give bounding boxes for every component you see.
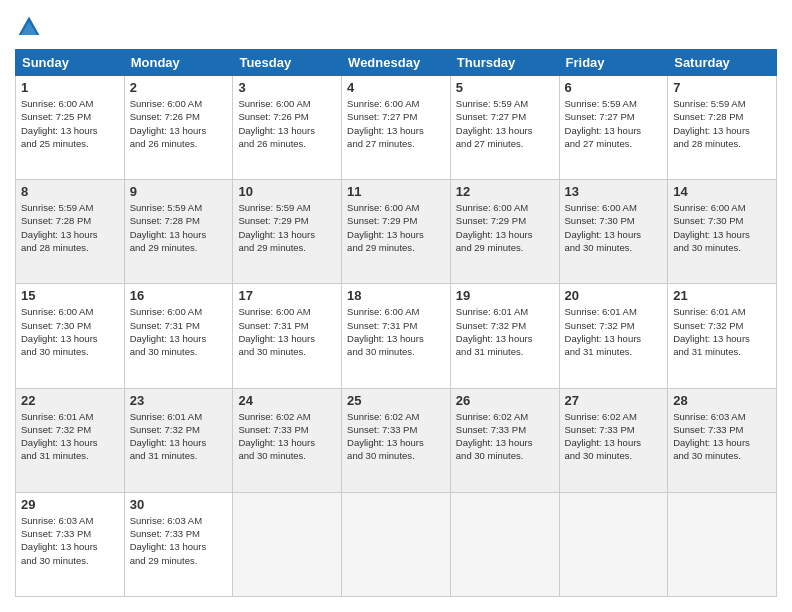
day-info: Sunrise: 6:00 AMSunset: 7:29 PMDaylight:… (347, 202, 424, 253)
logo-icon (17, 15, 41, 39)
day-info: Sunrise: 5:59 AMSunset: 7:27 PMDaylight:… (565, 98, 642, 149)
day-info: Sunrise: 6:03 AMSunset: 7:33 PMDaylight:… (673, 411, 750, 462)
day-number: 19 (456, 288, 554, 303)
calendar-day-cell: 22 Sunrise: 6:01 AMSunset: 7:32 PMDaylig… (16, 388, 125, 492)
calendar-day-cell: 9 Sunrise: 5:59 AMSunset: 7:28 PMDayligh… (124, 180, 233, 284)
day-info: Sunrise: 6:03 AMSunset: 7:33 PMDaylight:… (21, 515, 98, 566)
day-number: 3 (238, 80, 336, 95)
logo (15, 15, 47, 39)
calendar-day-cell: 20 Sunrise: 6:01 AMSunset: 7:32 PMDaylig… (559, 284, 668, 388)
day-number: 26 (456, 393, 554, 408)
day-number: 7 (673, 80, 771, 95)
day-number: 12 (456, 184, 554, 199)
calendar-day-cell: 30 Sunrise: 6:03 AMSunset: 7:33 PMDaylig… (124, 492, 233, 596)
calendar-week-row: 1 Sunrise: 6:00 AMSunset: 7:25 PMDayligh… (16, 76, 777, 180)
calendar-day-cell: 25 Sunrise: 6:02 AMSunset: 7:33 PMDaylig… (342, 388, 451, 492)
day-number: 6 (565, 80, 663, 95)
day-number: 13 (565, 184, 663, 199)
weekday-header: Sunday (16, 50, 125, 76)
weekday-header: Friday (559, 50, 668, 76)
day-info: Sunrise: 6:03 AMSunset: 7:33 PMDaylight:… (130, 515, 207, 566)
day-number: 22 (21, 393, 119, 408)
calendar-week-row: 29 Sunrise: 6:03 AMSunset: 7:33 PMDaylig… (16, 492, 777, 596)
calendar-day-cell (668, 492, 777, 596)
day-number: 28 (673, 393, 771, 408)
day-info: Sunrise: 5:59 AMSunset: 7:28 PMDaylight:… (21, 202, 98, 253)
day-number: 14 (673, 184, 771, 199)
calendar-day-cell (233, 492, 342, 596)
day-info: Sunrise: 5:59 AMSunset: 7:28 PMDaylight:… (673, 98, 750, 149)
day-number: 17 (238, 288, 336, 303)
calendar-day-cell: 28 Sunrise: 6:03 AMSunset: 7:33 PMDaylig… (668, 388, 777, 492)
day-number: 21 (673, 288, 771, 303)
calendar-day-cell: 15 Sunrise: 6:00 AMSunset: 7:30 PMDaylig… (16, 284, 125, 388)
day-number: 24 (238, 393, 336, 408)
weekday-header: Saturday (668, 50, 777, 76)
calendar-header-row: SundayMondayTuesdayWednesdayThursdayFrid… (16, 50, 777, 76)
day-info: Sunrise: 5:59 AMSunset: 7:28 PMDaylight:… (130, 202, 207, 253)
day-number: 23 (130, 393, 228, 408)
day-number: 27 (565, 393, 663, 408)
day-number: 1 (21, 80, 119, 95)
day-info: Sunrise: 6:00 AMSunset: 7:31 PMDaylight:… (238, 306, 315, 357)
calendar-day-cell: 13 Sunrise: 6:00 AMSunset: 7:30 PMDaylig… (559, 180, 668, 284)
calendar-week-row: 15 Sunrise: 6:00 AMSunset: 7:30 PMDaylig… (16, 284, 777, 388)
calendar-day-cell (342, 492, 451, 596)
day-number: 9 (130, 184, 228, 199)
day-info: Sunrise: 6:00 AMSunset: 7:26 PMDaylight:… (130, 98, 207, 149)
day-number: 8 (21, 184, 119, 199)
day-info: Sunrise: 6:01 AMSunset: 7:32 PMDaylight:… (565, 306, 642, 357)
day-number: 5 (456, 80, 554, 95)
calendar-day-cell: 2 Sunrise: 6:00 AMSunset: 7:26 PMDayligh… (124, 76, 233, 180)
day-info: Sunrise: 5:59 AMSunset: 7:27 PMDaylight:… (456, 98, 533, 149)
day-info: Sunrise: 6:02 AMSunset: 7:33 PMDaylight:… (238, 411, 315, 462)
calendar-day-cell: 27 Sunrise: 6:02 AMSunset: 7:33 PMDaylig… (559, 388, 668, 492)
weekday-header: Tuesday (233, 50, 342, 76)
calendar-day-cell: 14 Sunrise: 6:00 AMSunset: 7:30 PMDaylig… (668, 180, 777, 284)
weekday-header: Wednesday (342, 50, 451, 76)
day-number: 11 (347, 184, 445, 199)
day-info: Sunrise: 6:00 AMSunset: 7:31 PMDaylight:… (347, 306, 424, 357)
day-number: 18 (347, 288, 445, 303)
header (15, 15, 777, 39)
calendar-week-row: 22 Sunrise: 6:01 AMSunset: 7:32 PMDaylig… (16, 388, 777, 492)
day-info: Sunrise: 6:02 AMSunset: 7:33 PMDaylight:… (347, 411, 424, 462)
calendar-day-cell: 4 Sunrise: 6:00 AMSunset: 7:27 PMDayligh… (342, 76, 451, 180)
calendar-day-cell: 3 Sunrise: 6:00 AMSunset: 7:26 PMDayligh… (233, 76, 342, 180)
calendar-day-cell: 10 Sunrise: 5:59 AMSunset: 7:29 PMDaylig… (233, 180, 342, 284)
calendar-day-cell: 1 Sunrise: 6:00 AMSunset: 7:25 PMDayligh… (16, 76, 125, 180)
calendar-week-row: 8 Sunrise: 5:59 AMSunset: 7:28 PMDayligh… (16, 180, 777, 284)
day-number: 4 (347, 80, 445, 95)
day-info: Sunrise: 6:01 AMSunset: 7:32 PMDaylight:… (21, 411, 98, 462)
calendar-day-cell: 26 Sunrise: 6:02 AMSunset: 7:33 PMDaylig… (450, 388, 559, 492)
calendar-day-cell: 5 Sunrise: 5:59 AMSunset: 7:27 PMDayligh… (450, 76, 559, 180)
weekday-header: Thursday (450, 50, 559, 76)
calendar-day-cell: 29 Sunrise: 6:03 AMSunset: 7:33 PMDaylig… (16, 492, 125, 596)
calendar-day-cell: 7 Sunrise: 5:59 AMSunset: 7:28 PMDayligh… (668, 76, 777, 180)
day-number: 15 (21, 288, 119, 303)
calendar-day-cell: 24 Sunrise: 6:02 AMSunset: 7:33 PMDaylig… (233, 388, 342, 492)
day-number: 10 (238, 184, 336, 199)
calendar-day-cell: 8 Sunrise: 5:59 AMSunset: 7:28 PMDayligh… (16, 180, 125, 284)
day-info: Sunrise: 5:59 AMSunset: 7:29 PMDaylight:… (238, 202, 315, 253)
weekday-header: Monday (124, 50, 233, 76)
day-info: Sunrise: 6:02 AMSunset: 7:33 PMDaylight:… (565, 411, 642, 462)
calendar-day-cell (559, 492, 668, 596)
calendar-table: SundayMondayTuesdayWednesdayThursdayFrid… (15, 49, 777, 597)
calendar-day-cell: 12 Sunrise: 6:00 AMSunset: 7:29 PMDaylig… (450, 180, 559, 284)
day-info: Sunrise: 6:01 AMSunset: 7:32 PMDaylight:… (130, 411, 207, 462)
day-info: Sunrise: 6:01 AMSunset: 7:32 PMDaylight:… (673, 306, 750, 357)
calendar-day-cell: 23 Sunrise: 6:01 AMSunset: 7:32 PMDaylig… (124, 388, 233, 492)
day-number: 30 (130, 497, 228, 512)
calendar-day-cell: 17 Sunrise: 6:00 AMSunset: 7:31 PMDaylig… (233, 284, 342, 388)
day-number: 29 (21, 497, 119, 512)
day-info: Sunrise: 6:02 AMSunset: 7:33 PMDaylight:… (456, 411, 533, 462)
calendar-day-cell: 11 Sunrise: 6:00 AMSunset: 7:29 PMDaylig… (342, 180, 451, 284)
day-info: Sunrise: 6:01 AMSunset: 7:32 PMDaylight:… (456, 306, 533, 357)
day-info: Sunrise: 6:00 AMSunset: 7:27 PMDaylight:… (347, 98, 424, 149)
day-info: Sunrise: 6:00 AMSunset: 7:29 PMDaylight:… (456, 202, 533, 253)
day-number: 20 (565, 288, 663, 303)
day-info: Sunrise: 6:00 AMSunset: 7:26 PMDaylight:… (238, 98, 315, 149)
calendar-day-cell: 18 Sunrise: 6:00 AMSunset: 7:31 PMDaylig… (342, 284, 451, 388)
day-info: Sunrise: 6:00 AMSunset: 7:30 PMDaylight:… (565, 202, 642, 253)
